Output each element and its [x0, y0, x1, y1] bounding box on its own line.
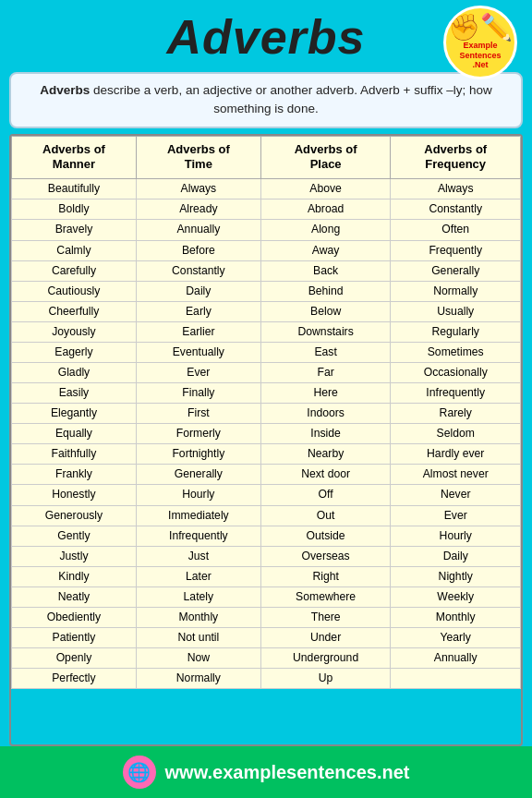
list-item: Normally: [136, 669, 260, 689]
col-header-frequency: Adverbs ofFrequency: [391, 136, 521, 179]
list-item: Overseas: [260, 546, 391, 566]
table-header-row: Adverbs ofManner Adverbs ofTime Adverbs …: [12, 136, 521, 179]
list-item: There: [260, 607, 391, 627]
main-table-container: Adverbs ofManner Adverbs ofTime Adverbs …: [9, 134, 523, 747]
list-item: Out: [260, 505, 391, 526]
table-row: BeautifullyAlwaysAboveAlways: [12, 179, 521, 200]
footer-url: www.examplesentences.net: [165, 762, 410, 783]
list-item: Earlier: [136, 321, 260, 342]
description-text: describe a verb, an adjective or another…: [90, 83, 491, 115]
list-item: Cautiously: [12, 281, 137, 301]
logo-text: ExampleSentences.Net: [459, 41, 501, 70]
list-item: Honestly: [12, 485, 137, 505]
table-row: GenerouslyImmediatelyOutEver: [12, 505, 521, 526]
list-item: Obediently: [12, 607, 137, 627]
list-item: Immediately: [136, 505, 260, 526]
list-item: [391, 669, 521, 689]
list-item: Elegantly: [12, 404, 137, 424]
table-row: JustlyJustOverseasDaily: [12, 546, 521, 566]
table-row: FaithfullyFortnightlyNearbyHardly ever: [12, 444, 521, 465]
col-header-manner: Adverbs ofManner: [12, 136, 137, 179]
list-item: Already: [136, 200, 260, 220]
list-item: Outside: [260, 526, 391, 546]
list-item: Nearby: [260, 444, 391, 465]
list-item: Never: [391, 485, 521, 505]
table-row: CalmlyBeforeAwayFrequently: [12, 240, 521, 260]
list-item: Sometimes: [391, 342, 521, 362]
list-item: Fortnightly: [136, 444, 260, 465]
logo: ✊✏️ ExampleSentences.Net: [443, 6, 517, 79]
list-item: Daily: [136, 281, 260, 301]
list-item: Infrequently: [136, 526, 260, 546]
list-item: Before: [136, 240, 260, 260]
list-item: Constantly: [391, 200, 521, 220]
list-item: Carefully: [12, 260, 137, 281]
list-item: First: [136, 404, 260, 424]
list-item: Ever: [136, 362, 260, 382]
list-item: Faithfully: [12, 444, 137, 465]
adverbs-table: Adverbs ofManner Adverbs ofTime Adverbs …: [11, 136, 521, 690]
list-item: Equally: [12, 424, 137, 444]
list-item: Regularly: [391, 321, 521, 342]
list-item: Generously: [12, 505, 137, 526]
description-bold: Adverbs: [40, 83, 90, 97]
table-row: PatientlyNot untilUnderYearly: [12, 628, 521, 648]
list-item: Infrequently: [391, 383, 521, 404]
list-item: Early: [136, 301, 260, 321]
list-item: Not until: [136, 628, 260, 648]
list-item: Bravely: [12, 220, 137, 240]
list-item: Cheerfully: [12, 301, 137, 321]
list-item: Hourly: [136, 485, 260, 505]
list-item: Justly: [12, 546, 137, 566]
table-row: EagerlyEventuallyEastSometimes: [12, 342, 521, 362]
list-item: Rarely: [391, 404, 521, 424]
table-row: ElegantlyFirstIndoorsRarely: [12, 404, 521, 424]
list-item: Here: [260, 383, 391, 404]
logo-hand-icon: ✊✏️: [448, 15, 513, 41]
list-item: Annually: [136, 220, 260, 240]
table-row: FranklyGenerallyNext doorAlmost never: [12, 465, 521, 485]
list-item: Constantly: [136, 260, 260, 281]
list-item: East: [260, 342, 391, 362]
list-item: Yearly: [391, 628, 521, 648]
list-item: Occasionally: [391, 362, 521, 382]
list-item: Beautifully: [12, 179, 137, 200]
list-item: Inside: [260, 424, 391, 444]
list-item: Behind: [260, 281, 391, 301]
table-row: CautiouslyDailyBehindNormally: [12, 281, 521, 301]
list-item: Ever: [391, 505, 521, 526]
list-item: Almost never: [391, 465, 521, 485]
list-item: Indoors: [260, 404, 391, 424]
list-item: Joyously: [12, 321, 137, 342]
list-item: Often: [391, 220, 521, 240]
table-row: KindlyLaterRightNightly: [12, 566, 521, 586]
list-item: Kindly: [12, 566, 137, 586]
table-row: GladlyEverFarOccasionally: [12, 362, 521, 382]
list-item: Generally: [391, 260, 521, 281]
list-item: Annually: [391, 648, 521, 669]
list-item: Far: [260, 362, 391, 382]
list-item: Daily: [391, 546, 521, 566]
table-row: EquallyFormerlyInsideSeldom: [12, 424, 521, 444]
table-row: CarefullyConstantlyBackGenerally: [12, 260, 521, 281]
list-item: Abroad: [260, 200, 391, 220]
list-item: Right: [260, 566, 391, 586]
table-row: NeatlyLatelySomewhereWeekly: [12, 586, 521, 607]
table-row: CheerfullyEarlyBelowUsually: [12, 301, 521, 321]
list-item: Off: [260, 485, 391, 505]
list-item: Monthly: [391, 607, 521, 627]
list-item: Gladly: [12, 362, 137, 382]
list-item: Neatly: [12, 586, 137, 607]
col-header-place: Adverbs ofPlace: [260, 136, 391, 179]
list-item: Back: [260, 260, 391, 281]
table-row: GentlyInfrequentlyOutsideHourly: [12, 526, 521, 546]
list-item: Up: [260, 669, 391, 689]
list-item: Eventually: [136, 342, 260, 362]
list-item: Under: [260, 628, 391, 648]
list-item: Always: [136, 179, 260, 200]
list-item: Easily: [12, 383, 137, 404]
page-title: Adverbs: [166, 9, 365, 65]
list-item: Next door: [260, 465, 391, 485]
description-box: Adverbs describe a verb, an adjective or…: [9, 72, 523, 128]
list-item: Hardly ever: [391, 444, 521, 465]
